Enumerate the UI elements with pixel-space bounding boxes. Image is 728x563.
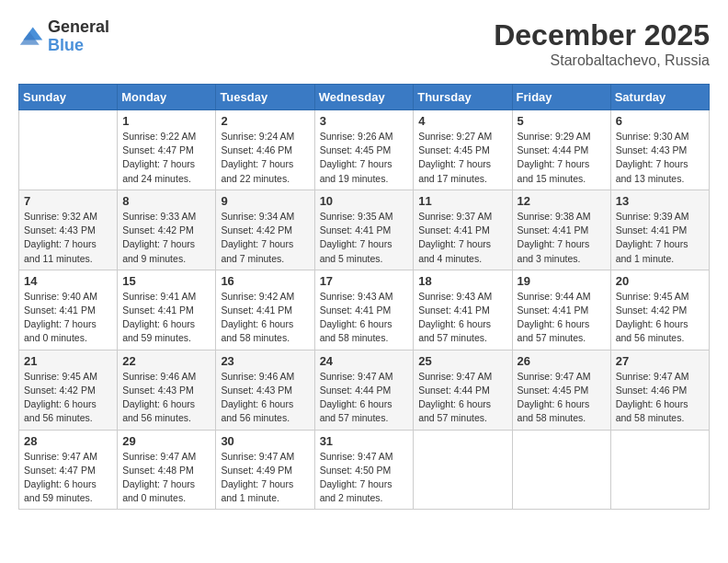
calendar-cell: 29Sunrise: 9:47 AMSunset: 4:48 PMDayligh…	[118, 430, 216, 510]
calendar-week-0: 1Sunrise: 9:22 AMSunset: 4:47 PMDaylight…	[19, 110, 710, 190]
day-info: Sunrise: 9:37 AMSunset: 4:41 PMDaylight:…	[418, 210, 506, 266]
day-number: 1	[122, 114, 210, 128]
day-info: Sunrise: 9:30 AMSunset: 4:43 PMDaylight:…	[616, 130, 704, 186]
day-number: 7	[24, 194, 112, 208]
calendar-cell: 11Sunrise: 9:37 AMSunset: 4:41 PMDayligh…	[414, 190, 512, 270]
day-info: Sunrise: 9:45 AMSunset: 4:42 PMDaylight:…	[616, 290, 704, 346]
header-sunday: Sunday	[19, 85, 118, 110]
calendar-cell: 5Sunrise: 9:29 AMSunset: 4:44 PMDaylight…	[512, 110, 610, 190]
day-number: 10	[320, 194, 409, 208]
calendar-cell: 19Sunrise: 9:44 AMSunset: 4:41 PMDayligh…	[512, 270, 610, 350]
day-info: Sunrise: 9:46 AMSunset: 4:43 PMDaylight:…	[122, 370, 210, 426]
calendar-cell: 9Sunrise: 9:34 AMSunset: 4:42 PMDaylight…	[216, 190, 314, 270]
day-number: 13	[616, 194, 704, 208]
calendar-cell: 18Sunrise: 9:43 AMSunset: 4:41 PMDayligh…	[414, 270, 512, 350]
logo: General Blue	[18, 18, 109, 55]
header-saturday: Saturday	[610, 85, 709, 110]
day-number: 29	[122, 434, 210, 448]
day-info: Sunrise: 9:41 AMSunset: 4:41 PMDaylight:…	[122, 290, 210, 346]
day-number: 9	[221, 194, 309, 208]
calendar-week-3: 21Sunrise: 9:45 AMSunset: 4:42 PMDayligh…	[19, 350, 710, 430]
day-info: Sunrise: 9:24 AMSunset: 4:46 PMDaylight:…	[221, 130, 309, 186]
title-block: December 2025 Starobaltachevo, Russia	[494, 18, 710, 69]
logo-icon	[18, 24, 44, 50]
day-info: Sunrise: 9:47 AMSunset: 4:48 PMDaylight:…	[122, 450, 210, 506]
day-info: Sunrise: 9:47 AMSunset: 4:49 PMDaylight:…	[221, 450, 309, 506]
calendar-week-1: 7Sunrise: 9:32 AMSunset: 4:43 PMDaylight…	[19, 190, 710, 270]
calendar-cell	[610, 430, 709, 510]
day-number: 14	[24, 274, 112, 288]
day-info: Sunrise: 9:42 AMSunset: 4:41 PMDaylight:…	[221, 290, 309, 346]
day-number: 15	[122, 274, 210, 288]
header-monday: Monday	[118, 85, 216, 110]
calendar-cell: 10Sunrise: 9:35 AMSunset: 4:41 PMDayligh…	[314, 190, 414, 270]
calendar-cell: 15Sunrise: 9:41 AMSunset: 4:41 PMDayligh…	[118, 270, 216, 350]
day-info: Sunrise: 9:47 AMSunset: 4:47 PMDaylight:…	[24, 450, 112, 506]
calendar-cell: 25Sunrise: 9:47 AMSunset: 4:44 PMDayligh…	[414, 350, 512, 430]
calendar-cell: 3Sunrise: 9:26 AMSunset: 4:45 PMDaylight…	[314, 110, 414, 190]
calendar-cell: 13Sunrise: 9:39 AMSunset: 4:41 PMDayligh…	[610, 190, 709, 270]
day-info: Sunrise: 9:47 AMSunset: 4:46 PMDaylight:…	[616, 370, 704, 426]
month-title: December 2025	[494, 18, 710, 52]
header-tuesday: Tuesday	[216, 85, 314, 110]
calendar-cell: 26Sunrise: 9:47 AMSunset: 4:45 PMDayligh…	[512, 350, 610, 430]
day-info: Sunrise: 9:47 AMSunset: 4:50 PMDaylight:…	[320, 450, 409, 506]
day-number: 8	[122, 194, 210, 208]
header-friday: Friday	[512, 85, 610, 110]
calendar-cell: 31Sunrise: 9:47 AMSunset: 4:50 PMDayligh…	[314, 430, 414, 510]
day-info: Sunrise: 9:47 AMSunset: 4:44 PMDaylight:…	[320, 370, 409, 426]
logo-text-blue: Blue	[48, 36, 84, 54]
day-number: 16	[221, 274, 309, 288]
day-number: 21	[24, 354, 112, 368]
calendar-cell: 24Sunrise: 9:47 AMSunset: 4:44 PMDayligh…	[314, 350, 414, 430]
day-number: 31	[320, 434, 409, 448]
calendar-header-row: SundayMondayTuesdayWednesdayThursdayFrid…	[19, 85, 710, 110]
day-number: 23	[221, 354, 309, 368]
day-info: Sunrise: 9:32 AMSunset: 4:43 PMDaylight:…	[24, 210, 112, 266]
day-info: Sunrise: 9:29 AMSunset: 4:44 PMDaylight:…	[518, 130, 606, 186]
day-number: 18	[418, 274, 506, 288]
day-info: Sunrise: 9:39 AMSunset: 4:41 PMDaylight:…	[616, 210, 704, 266]
day-number: 2	[221, 114, 309, 128]
day-info: Sunrise: 9:43 AMSunset: 4:41 PMDaylight:…	[320, 290, 409, 346]
calendar-body: 1Sunrise: 9:22 AMSunset: 4:47 PMDaylight…	[19, 110, 710, 510]
location-title: Starobaltachevo, Russia	[494, 52, 710, 69]
day-number: 24	[320, 354, 409, 368]
logo-text-general: General	[48, 17, 109, 36]
calendar-cell: 7Sunrise: 9:32 AMSunset: 4:43 PMDaylight…	[19, 190, 118, 270]
calendar-cell: 12Sunrise: 9:38 AMSunset: 4:41 PMDayligh…	[512, 190, 610, 270]
day-number: 25	[418, 354, 506, 368]
day-info: Sunrise: 9:40 AMSunset: 4:41 PMDaylight:…	[24, 290, 112, 346]
day-number: 28	[24, 434, 112, 448]
day-info: Sunrise: 9:34 AMSunset: 4:42 PMDaylight:…	[221, 210, 309, 266]
header-thursday: Thursday	[414, 85, 512, 110]
calendar-cell: 21Sunrise: 9:45 AMSunset: 4:42 PMDayligh…	[19, 350, 118, 430]
day-number: 20	[616, 274, 704, 288]
calendar-cell: 20Sunrise: 9:45 AMSunset: 4:42 PMDayligh…	[610, 270, 709, 350]
calendar-cell: 27Sunrise: 9:47 AMSunset: 4:46 PMDayligh…	[610, 350, 709, 430]
calendar-week-2: 14Sunrise: 9:40 AMSunset: 4:41 PMDayligh…	[19, 270, 710, 350]
calendar-cell	[414, 430, 512, 510]
calendar-cell: 23Sunrise: 9:46 AMSunset: 4:43 PMDayligh…	[216, 350, 314, 430]
calendar-cell: 28Sunrise: 9:47 AMSunset: 4:47 PMDayligh…	[19, 430, 118, 510]
day-info: Sunrise: 9:45 AMSunset: 4:42 PMDaylight:…	[24, 370, 112, 426]
day-info: Sunrise: 9:38 AMSunset: 4:41 PMDaylight:…	[518, 210, 606, 266]
page-header: General Blue December 2025 Starobaltache…	[18, 18, 710, 69]
day-number: 30	[221, 434, 309, 448]
day-number: 5	[518, 114, 606, 128]
day-number: 12	[518, 194, 606, 208]
day-info: Sunrise: 9:35 AMSunset: 4:41 PMDaylight:…	[320, 210, 409, 266]
calendar-cell: 22Sunrise: 9:46 AMSunset: 4:43 PMDayligh…	[118, 350, 216, 430]
header-wednesday: Wednesday	[314, 85, 414, 110]
calendar-week-4: 28Sunrise: 9:47 AMSunset: 4:47 PMDayligh…	[19, 430, 710, 510]
day-number: 11	[418, 194, 506, 208]
calendar: SundayMondayTuesdayWednesdayThursdayFrid…	[18, 84, 710, 510]
day-info: Sunrise: 9:47 AMSunset: 4:45 PMDaylight:…	[518, 370, 606, 426]
calendar-cell: 4Sunrise: 9:27 AMSunset: 4:45 PMDaylight…	[414, 110, 512, 190]
day-number: 27	[616, 354, 704, 368]
calendar-cell	[19, 110, 118, 190]
day-number: 3	[320, 114, 409, 128]
calendar-cell: 6Sunrise: 9:30 AMSunset: 4:43 PMDaylight…	[610, 110, 709, 190]
calendar-cell: 16Sunrise: 9:42 AMSunset: 4:41 PMDayligh…	[216, 270, 314, 350]
day-number: 22	[122, 354, 210, 368]
